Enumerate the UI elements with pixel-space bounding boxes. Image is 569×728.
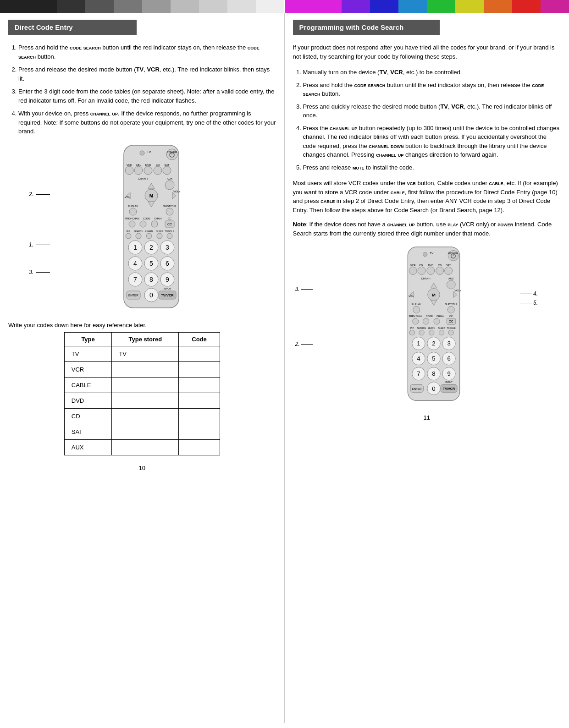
svg-text:INPUT: INPUT	[445, 381, 453, 384]
color-bar-5	[114, 0, 142, 13]
channel-up-ref-1: channel up	[90, 110, 118, 117]
svg-text:1: 1	[417, 340, 420, 347]
left-annotation-3: 3.	[29, 269, 50, 275]
svg-text:TV/VCR: TV/VCR	[443, 387, 455, 391]
left-annotation-1: 1.	[29, 241, 50, 248]
table-row-dvd: DVD	[64, 393, 220, 408]
code-table: Type Type stored Code TV TV VCR CABLE	[64, 332, 220, 455]
table-row-cable: CABLE	[64, 377, 220, 393]
color-bar-r6	[427, 0, 455, 13]
svg-text:9: 9	[447, 370, 450, 377]
table-cell-code-aux	[179, 439, 220, 455]
svg-text:PREV.CHAN: PREV.CHAN	[125, 217, 139, 220]
left-step-4: With your device on, press channel up. I…	[18, 109, 276, 136]
svg-text:SEARCH: SEARCH	[133, 230, 143, 233]
svg-text:LEARN: LEARN	[428, 327, 435, 329]
svg-text:SAT: SAT	[446, 264, 451, 267]
right-ann-line-4	[520, 294, 532, 294]
color-bar-9	[227, 0, 256, 13]
write-codes-label: Write your codes down here for easy refe…	[8, 322, 276, 328]
table-cell-type-cd: CD	[64, 408, 112, 424]
svg-text:CC: CC	[449, 320, 453, 323]
left-instructions: Press and hold the code search button un…	[8, 43, 276, 136]
table-cell-code-tv	[179, 346, 220, 361]
svg-text:4: 4	[133, 260, 137, 267]
play-ref: play	[447, 221, 458, 228]
svg-text:CD: CD	[155, 164, 160, 166]
color-bar-10	[256, 0, 284, 13]
svg-text:M: M	[149, 193, 153, 198]
right-title: Programming with Code Search	[299, 23, 404, 31]
left-color-bars	[0, 0, 285, 13]
color-bar-r3	[342, 0, 370, 13]
svg-point-46	[126, 233, 131, 239]
svg-text:PIP: PIP	[410, 327, 414, 329]
color-bar-4	[85, 0, 114, 13]
svg-text:8: 8	[432, 370, 435, 377]
svg-point-122	[409, 330, 414, 335]
table-cell-stored-cable	[112, 377, 179, 393]
code-search-ref-1: code search	[70, 44, 101, 51]
svg-point-92	[444, 267, 452, 274]
svg-text:TOGGLE: TOGGLE	[165, 230, 174, 233]
svg-text:CC: CC	[449, 315, 453, 317]
svg-text:SAT: SAT	[164, 164, 170, 166]
right-ann-line-2	[301, 344, 313, 345]
svg-text:VCR: VCR	[410, 264, 415, 267]
cable-ref-3: cable	[320, 197, 335, 204]
svg-text:3: 3	[447, 340, 450, 347]
svg-text:CHAN +: CHAN +	[138, 177, 149, 180]
svg-text:DVD: DVD	[145, 164, 151, 166]
svg-point-114	[434, 318, 440, 324]
channel-up-ref-r: channel up	[330, 125, 357, 131]
annotation-line-1	[36, 245, 50, 245]
svg-point-113	[423, 318, 429, 324]
svg-text:2: 2	[432, 340, 435, 347]
left-step-1: Press and hold the code search button un…	[18, 43, 276, 61]
svg-text:RLPLAY: RLPLAY	[411, 303, 421, 306]
svg-point-31	[166, 208, 173, 215]
svg-text:VCR: VCR	[126, 164, 132, 166]
power-ref: power	[497, 221, 513, 228]
right-instructions: Manually turn on the device (TV, VCR, et…	[293, 68, 561, 172]
right-annotation-5: 5.	[520, 300, 538, 306]
table-cell-type-cable: CABLE	[64, 377, 112, 393]
svg-text:CD: CD	[438, 264, 442, 267]
right-annotation-2: 2.	[295, 341, 313, 347]
color-bar-r8	[484, 0, 512, 13]
color-bar-3	[57, 0, 85, 13]
svg-text:INPUT: INPUT	[164, 287, 171, 290]
channel-up-ref-note: channel up	[387, 221, 414, 228]
right-page-number: 11	[293, 414, 561, 421]
svg-text:TOGGLE: TOGGLE	[447, 327, 456, 329]
color-bar-6	[142, 0, 171, 13]
svg-point-126	[448, 330, 453, 335]
svg-text:DVD: DVD	[428, 264, 433, 267]
left-section-header: Direct Code Entry	[8, 20, 137, 35]
svg-point-91	[436, 267, 443, 274]
right-step-3: Press and quickly release the desired mo…	[303, 102, 561, 120]
svg-point-107	[447, 306, 454, 313]
svg-text:6: 6	[447, 355, 450, 362]
svg-text:SUBTITLE: SUBTITLE	[163, 205, 176, 208]
right-remote-svg: TV POWER VCR CBL DVD CD SAT CHAN +	[395, 245, 473, 405]
color-bar-2	[28, 0, 57, 13]
annotation-line-3	[36, 272, 50, 273]
svg-point-96	[447, 280, 455, 289]
svg-text:CBL: CBL	[136, 164, 141, 166]
table-cell-type-vcr: VCR	[64, 361, 112, 377]
table-cell-stored-sat	[112, 424, 179, 439]
table-cell-stored-dvd	[112, 393, 179, 408]
svg-text:ENTER: ENTER	[128, 294, 138, 297]
table-body: TV TV VCR CABLE DVD	[64, 346, 220, 455]
svg-point-88	[409, 267, 417, 274]
svg-text:1: 1	[133, 244, 137, 251]
svg-point-125	[439, 330, 444, 335]
color-bar-7	[171, 0, 199, 13]
vcr-ref: vcr	[407, 180, 416, 186]
left-page-number: 10	[8, 465, 276, 471]
svg-point-12	[125, 166, 133, 175]
right-ann-line-5	[520, 303, 532, 303]
color-bar-1	[0, 0, 28, 13]
right-intro: If your product does not respond after y…	[293, 43, 561, 61]
